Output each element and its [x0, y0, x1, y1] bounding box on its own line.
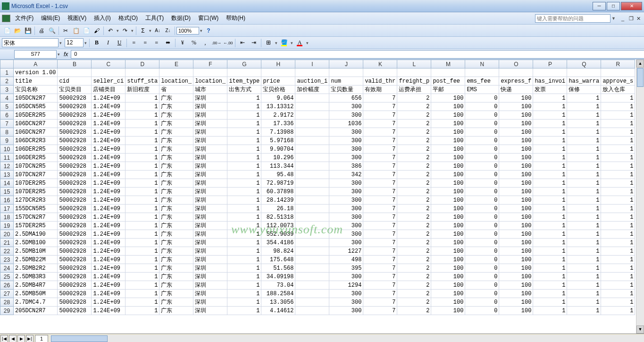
cell[interactable]: 1 — [227, 145, 261, 154]
cell[interactable]: 50002928 — [58, 145, 92, 154]
cell[interactable]: 2 — [397, 188, 431, 196]
cell[interactable]: 2.5DMB3R3 — [14, 273, 58, 281]
row-header[interactable]: 10 — [0, 145, 14, 154]
cell[interactable]: 1 — [601, 239, 635, 247]
cell[interactable]: 1 — [601, 179, 635, 188]
cell[interactable]: 2 — [397, 137, 431, 145]
cell[interactable]: 300 — [329, 145, 363, 154]
cell[interactable]: 1 — [227, 188, 261, 196]
autosum-button[interactable]: Σ — [138, 26, 148, 35]
zoom-dropdown-icon[interactable]: ▾ — [199, 28, 203, 33]
cell[interactable]: 395 — [329, 264, 363, 273]
cell[interactable]: 深圳 — [193, 111, 227, 120]
cell[interactable]: seller_ci — [92, 77, 125, 86]
cell[interactable]: 1 — [601, 128, 635, 137]
namebox-dropdown-icon[interactable]: ▾ — [57, 52, 61, 57]
cell[interactable]: 100 — [431, 281, 465, 290]
cell[interactable]: 1 — [125, 188, 159, 196]
cell[interactable]: location_ — [193, 77, 227, 86]
cell[interactable]: 1 — [227, 222, 261, 230]
save-button[interactable]: 💾 — [23, 26, 33, 35]
cell[interactable]: 100 — [499, 128, 533, 137]
cell[interactable]: 广东 — [159, 222, 193, 230]
cell[interactable]: 10.296 — [261, 154, 295, 162]
cell[interactable]: 1 — [533, 103, 567, 111]
cell[interactable]: 1 — [533, 222, 567, 230]
workbook-close-button[interactable]: ✕ — [636, 16, 642, 21]
cell[interactable]: 1 — [601, 120, 635, 128]
cell[interactable]: 1 — [125, 196, 159, 205]
col-header-I[interactable]: I — [295, 60, 329, 68]
cell[interactable]: 1.24E+09 — [92, 171, 125, 179]
font-selector[interactable]: 宋体 — [2, 38, 59, 47]
cell[interactable]: 2 — [397, 94, 431, 103]
cell[interactable] — [125, 68, 159, 77]
cell[interactable]: 0 — [465, 188, 499, 196]
cell[interactable]: 1 — [125, 205, 159, 213]
cell[interactable] — [159, 68, 193, 77]
next-sheet-button[interactable]: ▶ — [17, 335, 25, 342]
cell[interactable]: 157DCN2R7 — [14, 213, 58, 222]
cell[interactable]: 1 — [125, 264, 159, 273]
name-box[interactable]: S77 — [14, 50, 57, 59]
cell[interactable]: 0 — [465, 239, 499, 247]
cell[interactable] — [227, 68, 261, 77]
cell[interactable]: 1 — [567, 120, 601, 128]
cell[interactable]: 1 — [125, 256, 159, 264]
cell[interactable]: 100 — [431, 307, 465, 315]
cell[interactable]: 7 — [363, 256, 397, 264]
cell[interactable]: 100 — [499, 247, 533, 256]
cell[interactable]: 2 — [397, 290, 431, 298]
cell[interactable]: 7 — [363, 264, 397, 273]
cell[interactable]: 106DER2R5 — [14, 145, 58, 154]
cell[interactable]: 656 — [329, 94, 363, 103]
cut-button[interactable]: ✂ — [61, 26, 70, 35]
cell[interactable]: 2.5DMB10M — [14, 247, 58, 256]
print-button[interactable]: 🖨 — [37, 26, 46, 35]
cell[interactable]: 1.24E+09 — [92, 256, 125, 264]
col-header-B[interactable]: B — [58, 60, 92, 68]
cell[interactable] — [295, 264, 329, 273]
cell[interactable] — [465, 68, 499, 77]
cell[interactable]: 2.5DMA190 — [14, 230, 58, 239]
open-button[interactable]: 📂 — [13, 26, 22, 35]
cell[interactable]: 0 — [465, 111, 499, 120]
cell[interactable]: 1 — [601, 230, 635, 239]
col-header-G[interactable]: G — [227, 60, 261, 68]
cell[interactable]: 50002928 — [58, 307, 92, 315]
cell[interactable]: 73.04 — [261, 281, 295, 290]
menu-edit[interactable]: 编辑(E) — [37, 13, 64, 24]
cell[interactable]: 1.24E+09 — [92, 154, 125, 162]
cell[interactable]: 广东 — [159, 264, 193, 273]
cell[interactable]: 2 — [397, 196, 431, 205]
redo-dropdown-icon[interactable]: ▾ — [130, 28, 134, 33]
row-header[interactable]: 28 — [0, 298, 14, 307]
cell[interactable]: 50002928 — [58, 94, 92, 103]
cell[interactable]: 50002928 — [58, 179, 92, 188]
cell[interactable]: 50002928 — [58, 264, 92, 273]
cell[interactable]: 7 — [363, 213, 397, 222]
cell[interactable]: 100 — [499, 111, 533, 120]
cell[interactable]: 2 — [397, 256, 431, 264]
cell[interactable]: 1.24E+09 — [92, 222, 125, 230]
cell[interactable]: 店铺类目 — [92, 86, 125, 94]
worksheet-area[interactable]: ABCDEFGHIJKLMNOPQR 1version 1.002titleci… — [0, 60, 644, 333]
cell[interactable]: 保修 — [567, 86, 601, 94]
cell[interactable] — [295, 247, 329, 256]
cell[interactable]: 1 — [601, 145, 635, 154]
cell[interactable]: 100 — [499, 264, 533, 273]
cell[interactable]: 广东 — [159, 196, 193, 205]
cell[interactable] — [295, 94, 329, 103]
cell[interactable]: 7 — [363, 290, 397, 298]
cell[interactable] — [567, 68, 601, 77]
cell[interactable]: 127DCR2R3 — [14, 196, 58, 205]
col-header-J[interactable]: J — [329, 60, 363, 68]
cell[interactable] — [295, 103, 329, 111]
vscroll-thumb[interactable] — [637, 68, 644, 87]
cell[interactable]: 34.09198 — [261, 273, 295, 281]
col-header-C[interactable]: C — [92, 60, 125, 68]
cell[interactable]: 1 — [125, 273, 159, 281]
cell[interactable]: 1 — [125, 171, 159, 179]
cell[interactable] — [601, 68, 635, 77]
cell[interactable]: 1 — [567, 145, 601, 154]
